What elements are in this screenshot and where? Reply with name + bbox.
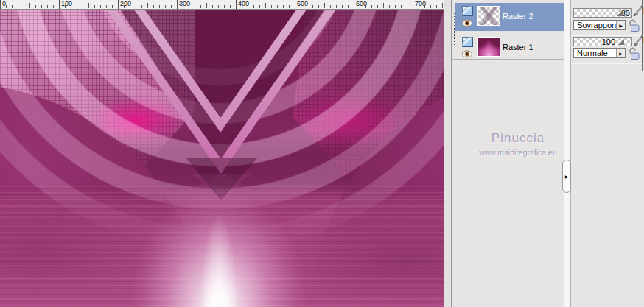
layer-list-divider — [452, 59, 564, 60]
ruler-label: 100 — [61, 0, 72, 7]
layer-icon-column — [461, 5, 474, 27]
layer-controls-raster2: 80 Sovrapponi ▶ — [571, 0, 644, 35]
layer-name-label: Raster 2 — [503, 12, 533, 21]
art-base-gradient — [0, 10, 444, 307]
art-grid-texture-right — [0, 10, 444, 307]
opacity-slider-grip-icon[interactable] — [618, 39, 624, 45]
art-v-shadow — [0, 10, 444, 307]
layer-icon-column — [461, 36, 474, 58]
visibility-eye-icon[interactable] — [461, 49, 473, 58]
ruler-label: 200 — [120, 0, 131, 7]
art-dome-left — [0, 83, 206, 307]
ruler-label: 300 — [179, 0, 190, 7]
blend-mode-dropdown[interactable]: Normale ▶ — [573, 48, 626, 58]
layer-thumbnail-raster1[interactable] — [477, 37, 500, 57]
art-chevron-band-upper — [0, 10, 444, 307]
ruler-label: 400 — [238, 0, 249, 7]
art-x-leg-left — [0, 10, 444, 307]
horizontal-ruler: 0 100 200 300 400 500 600 700 — [0, 0, 444, 10]
ruler-label: 500 — [297, 0, 308, 7]
layer-row-raster1[interactable]: Raster 1 — [455, 34, 564, 59]
thumbnail-overlay-art — [478, 7, 500, 25]
art-water-reflection — [0, 186, 444, 307]
raster-layer-icon — [461, 36, 474, 48]
art-chevron-band-lower — [0, 10, 444, 307]
art-dark-midband — [0, 131, 444, 201]
unlocked-padlock-icon[interactable] — [628, 18, 640, 32]
art-dark-v-interior — [0, 10, 444, 307]
watermark-name: Pinuccia — [466, 131, 570, 146]
dropdown-arrow-button[interactable]: ▶ — [616, 49, 625, 57]
unlocked-padlock-icon[interactable] — [628, 46, 640, 60]
layer-thumbnail-raster2[interactable] — [477, 6, 500, 26]
canvas-artwork[interactable] — [0, 10, 444, 307]
art-dome-right — [309, 83, 444, 307]
visibility-eye-icon[interactable] — [461, 18, 473, 27]
opacity-slider[interactable]: 100 — [573, 37, 632, 46]
dropdown-arrow-icon: ▶ — [619, 51, 623, 56]
art-center-glow — [108, 168, 329, 307]
panel-splitter-bar[interactable] — [564, 0, 570, 307]
layer-controls-panel: 80 Sovrapponi ▶ 100 — [570, 0, 644, 307]
panel-splitter-handle[interactable]: ▶ — [562, 160, 571, 193]
raster-layer-icon — [461, 5, 474, 17]
art-grid-texture-left — [0, 10, 444, 307]
watermark: Pinuccia www.maidiregrafica.eu — [466, 131, 570, 157]
blend-mode-value: Sovrapponi — [577, 21, 618, 29]
opacity-slider-grip-icon[interactable] — [617, 10, 623, 16]
dropdown-arrow-icon: ▶ — [619, 23, 623, 28]
opacity-slider[interactable]: 80 — [573, 8, 632, 18]
layer-row-raster2[interactable]: Raster 2 — [455, 3, 564, 31]
ruler-label: 600 — [356, 0, 367, 7]
app-window: 0 100 200 300 400 500 600 700 — [0, 0, 644, 307]
ruler-label: 0 — [2, 0, 6, 7]
opacity-value: 100 — [602, 38, 615, 47]
layers-palette: Raster 2 Raster 1 Pinuccia — [451, 0, 564, 307]
layer-controls-raster1: 100 Normale ▶ — [571, 35, 644, 63]
art-x-leg-right — [0, 10, 444, 307]
blend-mode-dropdown[interactable]: Sovrapponi ▶ — [573, 20, 626, 30]
layer-name-label: Raster 1 — [503, 43, 533, 52]
art-petal-arcs — [0, 10, 444, 307]
splitter-collapse-arrow-icon: ▶ — [565, 174, 569, 179]
ruler-label: 700 — [415, 0, 426, 7]
blend-mode-value: Normale — [577, 49, 608, 57]
dropdown-arrow-button[interactable]: ▶ — [616, 21, 625, 29]
watermark-url: www.maidiregrafica.eu — [466, 148, 570, 157]
